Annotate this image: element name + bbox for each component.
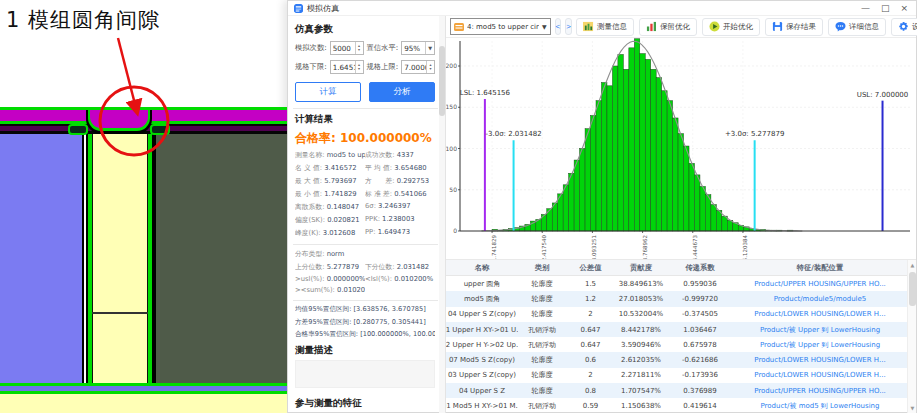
header-cell: 类别 [518,260,566,275]
table-row[interactable]: 04 Upper S Z轮廓度0.81.707547%0.376989Produ… [446,383,907,398]
histogram-bar [629,48,634,231]
stat-left: 最 小 值: 1.741829 [295,189,365,199]
list-icon [454,23,464,31]
cell-contribution: 3.590946% [615,337,667,352]
stat-right: 平 均 值: 3.654680 [365,163,435,173]
play-icon [709,21,720,32]
feature-link[interactable]: Product/LOWER HOUSING/LOWER H... [733,307,907,322]
distribution-type: 分布类型: norm [295,249,435,259]
toolbar-button-gear[interactable]: 设置 [891,18,917,36]
pass-rate-value: 合格率: 100.000000% [295,130,435,147]
stat-row: 偏度(SK): 0.020821PPK: 1.238003 [295,215,435,225]
stat-left: 测量名称: mod5 to upper · [295,150,365,160]
panel-scrollbar[interactable] [439,16,445,413]
measurement-selector[interactable]: 4: mod5 to upper cir ▼ [450,18,551,35]
lsl-input[interactable]: 1.645156 ▴▾ [330,60,364,74]
cell-name: 01 Upper H XY->01 U... [446,322,518,337]
cell-name: 01 Mod5 H XY->01 M... [446,398,518,413]
stat-left: 离散系数: 0.148047 [295,202,365,212]
table-row[interactable]: 02 Upper H Y->02 Up...孔销浮动0.6473.590946%… [446,337,907,352]
selected-measurement: 4: mod5 to upper cir [467,23,539,31]
cell-contribution: 1.707547% [615,383,667,398]
cell-name: 03 Upper S Z(copy) [446,368,518,383]
table-row[interactable]: 03 Upper S Z(copy)轮廓度22.271811%-0.173936… [446,368,907,383]
save-icon [772,21,783,32]
spinner-icon[interactable]: ▴▾ [426,61,434,73]
lsl-value: 1.645156 [331,63,355,72]
histogram-bar [640,54,645,231]
x-tick-label: 3.093251 [591,235,597,259]
cell-category: 轮廓度 [518,291,566,306]
header-cell: 名称 [446,260,518,275]
toolbar: 4: mod5 to upper cir ▼ < > 测量信息保留优化开始优化保… [446,16,916,38]
analysis-panel: 4: mod5 to upper cir ▼ < > 测量信息保留优化开始优化保… [446,16,916,413]
cell-name: mod5 圆角 [446,291,518,306]
cad-yellow-column-fill [92,134,148,392]
table-row[interactable]: mod5 圆角轮廓度1.227.018053%-0.999720Product/… [446,291,907,306]
calculate-button[interactable]: 计算 [295,82,361,102]
table-scrollbar[interactable]: ▲ ▼ [907,260,916,413]
y-tick-label: 150 [446,103,457,110]
spinner-icon[interactable]: ▴▾ [355,61,363,73]
next-measurement-button[interactable]: > [565,18,572,35]
feature-link[interactable]: Product/LOWER HOUSING/LOWER H... [733,368,907,383]
confidence-select[interactable]: 95% ▼ [401,41,435,55]
stat-left: 名 义 值: 3.416572 [295,163,365,173]
measure-description-input[interactable] [295,360,435,388]
stat-row: 最 大 值: 5.793697方 差: 0.292753 [295,176,435,186]
usl-label: USL: 7.000000 [857,91,908,99]
gear-icon [898,21,909,32]
histogram-bar [552,203,557,231]
toolbar-button-save[interactable]: 保存结果 [765,18,823,36]
scrollbar-thumb[interactable] [439,46,445,116]
cell-category: 轮廓度 [518,352,566,367]
statistics-grid: 测量名称: mod5 to upper ·成功次数: 4337名 义 值: 3.… [295,150,435,238]
y-tick-label: 50 [449,186,457,193]
histogram-bar [618,54,623,231]
table-row[interactable]: 07 Mod5 S Z(copy)轮廓度0.62.612035%-0.62168… [446,352,907,367]
cell-tolerance: 1.2 [566,291,615,306]
maximize-button[interactable]: □ [881,4,890,13]
chevron-down-icon[interactable]: ▼ [425,42,434,54]
minimize-button[interactable]: — [861,4,870,13]
analyze-button[interactable]: 分析 [369,82,435,102]
stat-left: 偏度(SK): 0.020821 [295,215,365,225]
table-row[interactable]: 01 Upper H XY->01 U...孔销浮动0.6478.442178%… [446,322,907,337]
histogram-chart: LSL: 1.645156-3.0σ: 2.031482+3.0σ: 5.277… [446,38,916,259]
close-button[interactable]: × [900,4,908,13]
scrollbar-thumb[interactable] [909,272,916,306]
feature-link[interactable]: Product/module5/module5 [733,291,907,306]
spinner-icon[interactable]: ▴▾ [355,42,363,54]
feature-link[interactable]: Product/被 mod5 到 LowerHousing [733,398,907,413]
table-row[interactable]: 04 Upper S Z(copy)轮廓度210.532004%-0.37450… [446,307,907,322]
scroll-up-icon[interactable]: ▲ [908,260,916,270]
table-row[interactable]: upper 圆角轮廓度1.538.849613%0.959036Product/… [446,276,907,291]
cad-clip-left [68,124,88,135]
toolbar-buttons: 测量信息保留优化开始优化保存结果详细信息设置 [576,18,917,36]
sim-count-input[interactable]: 5000 ▴▾ [330,41,364,55]
prev-measurement-button[interactable]: < [555,18,562,35]
toolbar-button-chart[interactable]: 测量信息 [576,18,634,36]
cell-category: 孔销浮动 [518,337,566,352]
y-tick-label: 100 [446,145,457,152]
toolbar-button-play[interactable]: 开始优化 [702,18,760,36]
cell-name: upper 圆角 [446,276,518,291]
x-tick-label: 4.444673 [692,235,698,259]
params-section-title: 仿真参数 [295,23,435,36]
cell-coefficient: 1.036467 [667,322,733,337]
toolbar-button-optimize[interactable]: 保留优化 [639,18,697,36]
table-row[interactable]: 01 Mod5 H XY->01 M...孔销浮动0.591.150638%0.… [446,398,907,413]
scroll-down-icon[interactable]: ▼ [908,403,916,413]
cell-coefficient: 0.419614 [667,398,733,413]
feature-link[interactable]: Product/UPPER HOUSING/UPPER HO... [733,276,907,291]
feature-link[interactable]: Product/被 Upper 到 LowerHousing [733,322,907,337]
feature-link[interactable]: Product/LOWER HOUSING/LOWER H... [733,352,907,367]
feature-link[interactable]: Product/UPPER HOUSING/UPPER HO... [733,383,907,398]
cell-contribution: 2.612035% [615,352,667,367]
histogram-bar [700,186,705,231]
cell-tolerance: 0.59 [566,398,615,413]
sim-count-label: 模拟次数: [295,43,327,53]
toolbar-button-chat[interactable]: 详细信息 [828,18,886,36]
usl-input[interactable]: 7.000000 ▴▾ [401,60,435,74]
feature-link[interactable]: Product/被 Upper 到 LowerHousing [733,337,907,352]
